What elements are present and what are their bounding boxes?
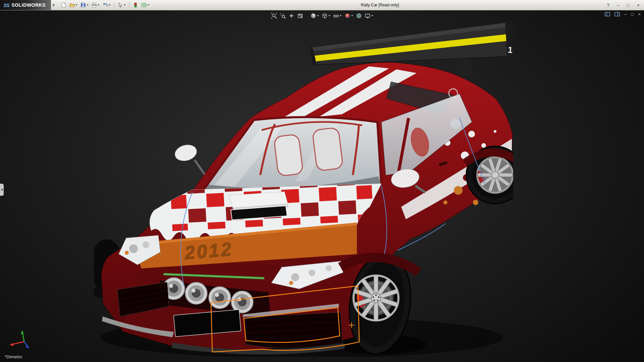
document-window-controls: – □ ×: [605, 12, 641, 17]
left-mirror[interactable]: [173, 142, 205, 174]
undo-button[interactable]: [102, 2, 112, 8]
close-button[interactable]: ×: [635, 3, 641, 8]
rebuild-button[interactable]: [132, 2, 139, 8]
toolbar-divider: [129, 2, 129, 8]
save-icon: [80, 2, 86, 8]
spreadsheet-icon: [141, 2, 147, 8]
main-toolbar: [60, 2, 150, 8]
dropdown-caret[interactable]: [340, 15, 342, 16]
brand-name: SOLIDWORKS: [11, 2, 45, 8]
toolbar-divider: [114, 2, 114, 8]
dropdown-caret[interactable]: [109, 4, 111, 6]
undo-icon: [103, 2, 108, 8]
car-render[interactable]: 1: [94, 17, 513, 357]
dropdown-caret[interactable]: [124, 4, 126, 6]
brand-prefix: 3S: [3, 2, 9, 8]
window-title: Rally Car [Read-only]: [361, 3, 399, 7]
reference-triad: [5, 328, 32, 355]
y-axis-arrow: [20, 331, 24, 334]
open-folder-icon: [69, 2, 75, 8]
doc-minimize-button[interactable]: –: [624, 12, 627, 17]
window-controls: ? – □ ×: [605, 0, 641, 10]
solidworks-logo: 3S SOLIDWORKS: [0, 0, 51, 10]
driver-seat: [274, 134, 303, 176]
print-button[interactable]: [91, 2, 101, 8]
dropdown-caret[interactable]: [87, 4, 89, 6]
save-button[interactable]: [79, 2, 90, 8]
dropdown-caret[interactable]: [75, 4, 77, 6]
spreadsheet-button[interactable]: [140, 2, 150, 8]
print-icon: [92, 2, 97, 8]
dropdown-caret[interactable]: [147, 4, 149, 6]
z-axis-arrow: [25, 345, 29, 348]
dropdown-caret[interactable]: [371, 15, 373, 16]
graphics-area[interactable]: – □ ×: [0, 10, 644, 362]
menu-expand-arrow[interactable]: [53, 4, 55, 6]
new-document-icon: [61, 2, 66, 8]
view-orientation-label: *Dimetric: [5, 354, 22, 359]
select-button[interactable]: [117, 2, 127, 8]
select-cursor-icon: [118, 2, 123, 8]
maximize-button[interactable]: □: [625, 3, 631, 8]
wing-number-decal: 1: [507, 45, 513, 55]
dropdown-caret[interactable]: [98, 4, 100, 6]
dropdown-caret[interactable]: [351, 15, 353, 16]
year-decal: 2012: [183, 238, 234, 263]
rebuild-icon: [133, 2, 138, 8]
dropdown-caret[interactable]: [328, 15, 330, 16]
new-document-button[interactable]: [60, 2, 67, 8]
minimize-button[interactable]: –: [615, 3, 621, 8]
help-button[interactable]: ?: [605, 3, 611, 8]
dropdown-caret[interactable]: [317, 15, 319, 16]
doc-restore-button[interactable]: □: [631, 12, 634, 17]
pane-left-button[interactable]: [605, 12, 610, 17]
collapse-arrow-icon: [1, 188, 3, 191]
titlebar: 3S SOLIDWORKS: [0, 0, 644, 10]
pane-right-button[interactable]: [614, 12, 620, 17]
open-button[interactable]: [68, 2, 78, 8]
passenger-seat: [312, 127, 343, 171]
panel-collapse-tab[interactable]: [0, 184, 4, 196]
doc-close-button[interactable]: ×: [638, 12, 641, 17]
hood-scoop[interactable]: [229, 192, 288, 220]
